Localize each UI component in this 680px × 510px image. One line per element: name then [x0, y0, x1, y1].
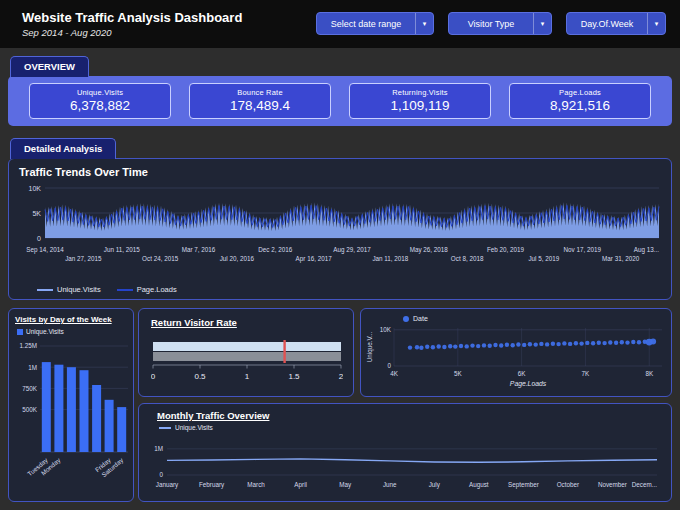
svg-text:4K: 4K [390, 370, 399, 377]
svg-text:May: May [339, 481, 352, 489]
svg-text:October: October [557, 481, 579, 488]
monthly-legend: Unique.Visits [159, 424, 213, 431]
line-swatch-icon [37, 289, 53, 291]
kpi-card-unique-visits: Unique.Visits 6,378,882 [29, 83, 171, 119]
svg-text:1.5: 1.5 [288, 372, 300, 381]
dashboard: Website Traffic Analysis Dashboard Sep 2… [0, 0, 680, 510]
svg-text:2: 2 [339, 372, 343, 381]
visits-vs-pageloads-scatter[interactable]: 10K04K5K6K7K8KPage.LoadsUnique.V... [364, 324, 670, 396]
svg-text:April: April [294, 481, 307, 489]
chart-title: Visits by Day of the Week [15, 315, 112, 324]
return-visitor-rate-gauge[interactable]: 00.511.52 [151, 339, 343, 385]
svg-text:Dec 2, 2016: Dec 2, 2016 [258, 246, 292, 253]
svg-text:January: January [156, 481, 179, 489]
scatter-legend: Date [403, 315, 428, 322]
svg-text:Jan 27, 2015: Jan 27, 2015 [65, 255, 102, 262]
line-swatch-icon [159, 427, 171, 429]
svg-text:March: March [247, 481, 265, 488]
legend-item-unique-visits: Unique.Visits [37, 285, 101, 294]
filter-label: Day.Of.Week [567, 19, 647, 29]
chevron-down-icon: ▾ [533, 13, 551, 34]
svg-text:Sep 14, 2014: Sep 14, 2014 [26, 246, 64, 254]
kpi-card-page-loads: Page.Loads 8,921,516 [509, 83, 651, 119]
svg-text:Nov 17, 2019: Nov 17, 2019 [564, 246, 602, 253]
svg-text:750K: 750K [22, 385, 38, 392]
legend-item-unique-visits: Unique.Visits [17, 328, 64, 335]
legend-item-page-loads: Page.Loads [117, 285, 177, 294]
svg-text:Apr 16, 2017: Apr 16, 2017 [296, 255, 333, 263]
svg-text:1M: 1M [28, 364, 37, 371]
svg-text:Feb 20, 2019: Feb 20, 2019 [487, 246, 525, 253]
svg-text:May 26, 2018: May 26, 2018 [410, 246, 449, 254]
panel-return-visitor-rate: Return Visitor Rate 00.511.52 [138, 308, 354, 397]
svg-text:August: August [469, 481, 489, 489]
chevron-down-icon: ▾ [415, 13, 433, 34]
svg-text:Jan 11, 2018: Jan 11, 2018 [372, 255, 408, 262]
page-subtitle: Sep 2014 - Aug 2020 [22, 27, 111, 38]
svg-text:Aug 13...: Aug 13... [634, 246, 659, 254]
svg-text:Jul 20, 2016: Jul 20, 2016 [220, 255, 255, 262]
svg-text:0.5: 0.5 [194, 372, 206, 381]
panel-traffic-trends: Traffic Trends Over Time 05K10KSep 14, 2… [8, 158, 672, 300]
legend-label: Unique.Visits [26, 328, 64, 335]
legend-label: Unique.Visits [175, 424, 213, 431]
svg-text:February: February [199, 481, 225, 489]
svg-text:8K: 8K [645, 370, 654, 377]
kpi-label: Unique.Visits [30, 88, 170, 97]
svg-text:5K: 5K [32, 210, 41, 217]
chart-title: Monthly Traffic Overview [157, 410, 269, 421]
svg-text:Unique.V...: Unique.V... [366, 331, 374, 362]
svg-text:November: November [598, 481, 627, 488]
panel-monthly-traffic: Monthly Traffic Overview Unique.Visits 1… [138, 403, 672, 502]
tab-overview[interactable]: OVERVIEW [10, 56, 89, 77]
svg-text:June: June [383, 481, 397, 488]
kpi-value: 178,489.4 [190, 98, 330, 113]
kpi-value: 8,921,516 [510, 98, 650, 113]
legend-label: Page.Loads [137, 285, 177, 294]
filter-dropdown-day-of-week[interactable]: Day.Of.Week ▾ [566, 12, 666, 35]
kpi-label: Bounce Rate [190, 88, 330, 97]
svg-text:0: 0 [37, 235, 41, 242]
svg-text:0: 0 [151, 372, 156, 381]
legend-item-unique-visits: Unique.Visits [159, 424, 213, 431]
tab-detailed-analysis[interactable]: Detailed Analysis [10, 138, 116, 159]
svg-text:1.25M: 1.25M [19, 342, 37, 349]
svg-text:7K: 7K [582, 370, 591, 377]
kpi-label: Returning.Visits [350, 88, 490, 97]
svg-text:Oct 8, 2018: Oct 8, 2018 [451, 255, 484, 262]
svg-text:Jul 5, 2019: Jul 5, 2019 [528, 255, 559, 262]
filter-row: Select date range ▾ Visitor Type ▾ Day.O… [316, 12, 666, 35]
dow-legend: Unique.Visits [17, 328, 64, 335]
svg-text:September: September [508, 481, 539, 489]
filter-dropdown-date-range[interactable]: Select date range ▾ [316, 12, 434, 35]
svg-text:Oct 24, 2015: Oct 24, 2015 [142, 255, 179, 262]
svg-text:Aug 29, 2017: Aug 29, 2017 [333, 246, 371, 254]
date-point-icon [403, 316, 409, 322]
panel-visits-by-day: Visits by Day of the Week Unique.Visits … [8, 308, 134, 502]
svg-text:Page.Loads: Page.Loads [510, 380, 547, 388]
svg-text:10K: 10K [29, 185, 42, 192]
svg-text:0: 0 [387, 362, 391, 369]
chevron-down-icon: ▾ [647, 13, 665, 34]
page-title: Website Traffic Analysis Dashboard [22, 10, 242, 25]
day-of-week-bar-chart[interactable]: 1.25M1M750K500KTuesdayMondayFridaySaturd… [10, 340, 132, 500]
monthly-traffic-line-chart[interactable]: 1M0JanuaryFebruaryMarchAprilMayJuneJulyA… [145, 437, 665, 495]
traffic-trends-chart[interactable]: 05K10KSep 14, 2014Jan 27, 2015Jun 11, 20… [15, 184, 665, 268]
line-swatch-icon [117, 289, 133, 291]
kpi-label: Page.Loads [510, 88, 650, 97]
svg-text:Decem...: Decem... [632, 481, 657, 488]
svg-text:July: July [429, 481, 441, 489]
svg-text:10K: 10K [380, 326, 392, 333]
svg-text:1M: 1M [154, 445, 163, 452]
filter-label: Visitor Type [449, 19, 533, 29]
chart-title: Return Visitor Rate [151, 317, 237, 328]
svg-text:500K: 500K [22, 406, 38, 413]
legend-label: Unique.Visits [57, 285, 101, 294]
svg-text:Mar 31, 2020: Mar 31, 2020 [602, 255, 640, 262]
traffic-legend: Unique.Visits Page.Loads [37, 285, 177, 294]
filter-dropdown-visitor-type[interactable]: Visitor Type ▾ [448, 12, 552, 35]
header-bar: Website Traffic Analysis Dashboard Sep 2… [0, 0, 680, 48]
panel-visits-vs-pageloads: Date 10K04K5K6K7K8KPage.LoadsUnique.V... [360, 308, 672, 397]
svg-text:1: 1 [245, 372, 250, 381]
svg-text:0: 0 [159, 471, 163, 478]
